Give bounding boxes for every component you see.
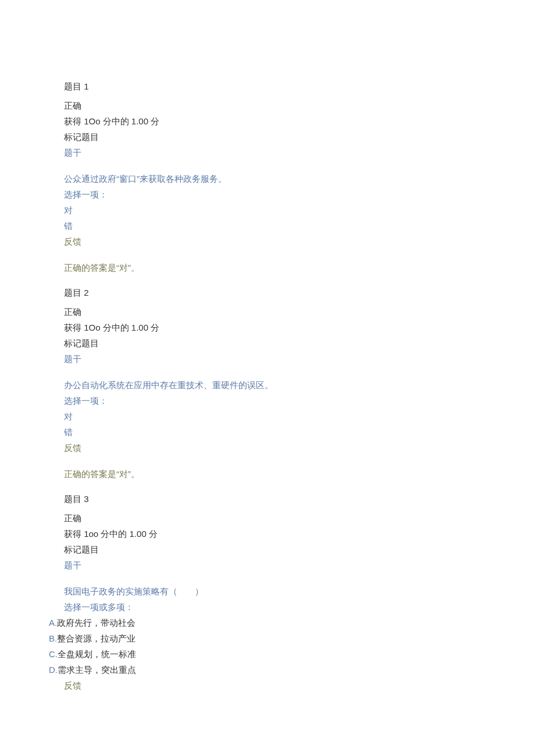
correct-answer: 正确的答案是“对”。: [64, 466, 471, 482]
choose-prompt: 选择一项：: [64, 393, 471, 409]
question-score: 获得 1Oo 分中的 1.00 分: [64, 320, 471, 335]
choose-prompt: 选择一项或多项：: [64, 599, 471, 615]
option-b[interactable]: B.整合资源，拉动产业: [49, 630, 471, 646]
question-stem: 办公自动化系统在应用中存在重技术、重硬件的误区。: [64, 377, 471, 393]
option-true[interactable]: 对: [64, 409, 471, 424]
flag-question[interactable]: 标记题目: [64, 129, 471, 145]
feedback-label: 反馈: [64, 678, 471, 693]
question-status: 正确: [64, 304, 471, 320]
option-false[interactable]: 错: [64, 424, 471, 440]
stem-label: 题干: [64, 351, 471, 367]
option-false[interactable]: 错: [64, 218, 471, 234]
question-title: 题目 1: [64, 78, 471, 94]
feedback-label: 反馈: [64, 234, 471, 249]
question-block: 题目 2 正确 获得 1Oo 分中的 1.00 分 标记题目 题干 办公自动化系…: [64, 285, 471, 482]
stem-label: 题干: [64, 557, 471, 573]
question-status: 正确: [64, 98, 471, 113]
option-letter: A.: [49, 618, 57, 628]
question-block: 题目 3 正确 获得 1oo 分中的 1.00 分 标记题目 题干 我国电子政务…: [64, 491, 471, 693]
option-a[interactable]: A.政府先行，带动社会: [49, 615, 471, 630]
option-letter: C.: [49, 649, 58, 659]
question-title: 题目 2: [64, 285, 471, 300]
document-page: 题目 1 正确 获得 1Oo 分中的 1.00 分 标记题目 题干 公众通过政府…: [0, 0, 535, 737]
question-stem: 公众通过政府“窗口”来获取各种政务服务。: [64, 171, 471, 187]
option-letter: B.: [49, 633, 57, 643]
stem-label: 题干: [64, 145, 471, 160]
question-stem: 我国电子政务的实施策略有（ ）: [64, 583, 471, 599]
feedback-label: 反馈: [64, 440, 471, 456]
question-status: 正确: [64, 510, 471, 526]
choose-prompt: 选择一项：: [64, 187, 471, 202]
option-label: 需求主导，突出重点: [58, 665, 136, 675]
question-block: 题目 1 正确 获得 1Oo 分中的 1.00 分 标记题目 题干 公众通过政府…: [64, 78, 471, 275]
option-label: 全盘规划，统一标准: [58, 649, 136, 659]
option-true[interactable]: 对: [64, 202, 471, 218]
option-label: 政府先行，带动社会: [57, 618, 135, 628]
option-label: 整合资源，拉动产业: [57, 633, 135, 643]
question-score: 获得 1oo 分中的 1.00 分: [64, 526, 471, 542]
correct-answer: 正确的答案是“对”。: [64, 260, 471, 275]
question-title: 题目 3: [64, 491, 471, 507]
option-d[interactable]: D.需求主导，突出重点: [49, 662, 471, 678]
option-c[interactable]: C.全盘规划，统一标准: [49, 646, 471, 662]
flag-question[interactable]: 标记题目: [64, 542, 471, 557]
question-score: 获得 1Oo 分中的 1.00 分: [64, 113, 471, 129]
option-letter: D.: [49, 665, 58, 675]
flag-question[interactable]: 标记题目: [64, 335, 471, 351]
